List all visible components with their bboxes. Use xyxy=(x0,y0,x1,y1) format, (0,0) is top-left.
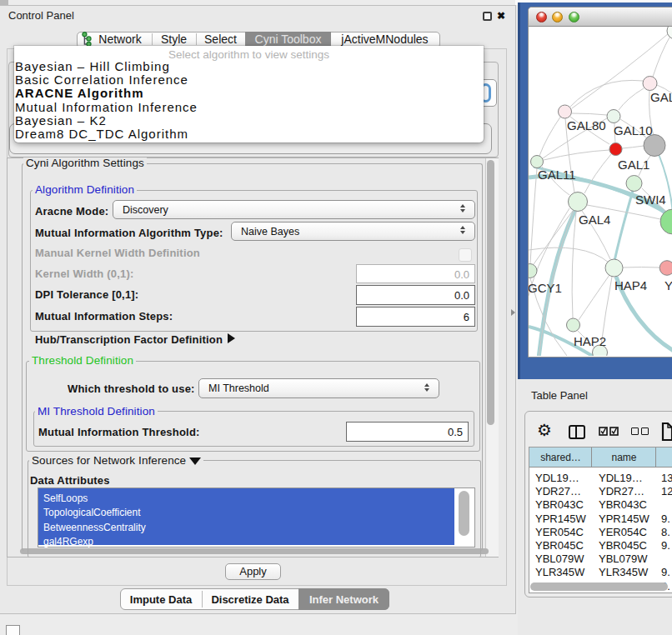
svg-text:GAL10: GAL10 xyxy=(614,123,653,138)
svg-text:GAL11: GAL11 xyxy=(538,168,576,182)
svg-text:GAL80: GAL80 xyxy=(567,118,606,132)
svg-text:HAP4: HAP4 xyxy=(614,278,647,292)
svg-text:GCY1: GCY1 xyxy=(529,281,562,295)
svg-text:GAL4: GAL4 xyxy=(579,212,610,227)
svg-text:Y: Y xyxy=(664,278,672,292)
svg-text:GAL: GAL xyxy=(650,90,672,104)
svg-text:HAP2: HAP2 xyxy=(574,334,606,348)
svg-text:SWI4: SWI4 xyxy=(635,192,666,207)
svg-text:GAL1: GAL1 xyxy=(618,158,649,172)
